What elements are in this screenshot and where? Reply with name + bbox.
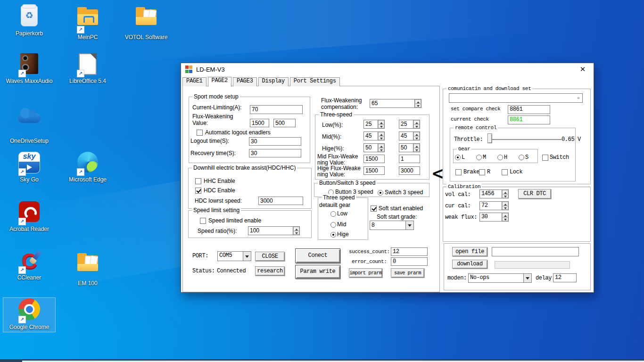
hige-percent-field-1[interactable]: 50 (363, 143, 385, 152)
flux-value-field-1[interactable]: 1500 (250, 119, 269, 127)
cur-cal-field[interactable]: 72 (479, 201, 509, 210)
throttle-slider-handle[interactable] (487, 133, 492, 143)
gear-mid-radio[interactable] (330, 222, 336, 228)
hige-flux-field-2[interactable]: 3000 (399, 166, 420, 175)
spinner-up-down[interactable] (502, 213, 508, 221)
current-check-field[interactable]: 8861 (508, 115, 550, 124)
download-button[interactable]: download (452, 260, 487, 269)
clr-dtc-button[interactable]: CLR DTC (518, 189, 551, 199)
throttle-slider-track[interactable] (490, 139, 561, 140)
speed-ratio-field[interactable]: 100 (248, 226, 300, 235)
open-file-button[interactable]: open file (452, 247, 487, 256)
desktop-icon-libreoffice[interactable]: ↗ LibreOffice 5.4 (62, 52, 114, 84)
tab-display[interactable]: Display (258, 77, 289, 86)
switch3speed-radio[interactable] (378, 190, 383, 196)
low-percent-field-1[interactable]: 25 (363, 120, 385, 129)
set-compare-field[interactable]: 8861 (508, 105, 550, 114)
moden-select[interactable]: No-ops (468, 273, 532, 283)
spinner-up-down[interactable] (413, 132, 420, 140)
soft-start-checkbox[interactable] (371, 206, 377, 212)
mid-flux-field-1[interactable]: 1500 (363, 155, 385, 163)
desktop-icon-waves-maxxaudio[interactable]: ↗ Waves MaxxAudio (3, 52, 55, 84)
spinner-up-down[interactable] (378, 144, 384, 152)
mid-flux-field-2[interactable]: 1 (399, 155, 420, 163)
gear-s-radio[interactable] (519, 155, 524, 160)
gear-l-radio[interactable] (455, 155, 461, 160)
hdc-lowest-speed-field[interactable]: 3000 (258, 197, 303, 205)
gear-m-radio[interactable] (476, 155, 482, 160)
success-count-field[interactable]: 12 (391, 247, 428, 256)
desktop-icon-acrobat-reader[interactable]: ↗ Acrobat Reader (3, 200, 55, 232)
spinner-up-down[interactable] (293, 227, 299, 235)
switch-checkbox[interactable] (542, 155, 548, 161)
close-icon[interactable]: ✕ (578, 65, 587, 74)
port-select[interactable]: COM5 (217, 251, 251, 261)
soft-start-grade-select[interactable]: 8 (370, 221, 414, 230)
spinner-up-down[interactable] (413, 120, 420, 128)
current-limiting-field[interactable]: 70 (250, 105, 303, 114)
gear-h-radio[interactable] (497, 155, 503, 160)
r-checkbox[interactable] (479, 169, 485, 175)
spinner-up-down[interactable] (413, 144, 420, 152)
desktop-icon-onedrivesetup[interactable]: OneDriveSetup (3, 104, 55, 144)
lock-checkbox[interactable] (502, 169, 508, 175)
dropdown-arrow-icon[interactable] (405, 221, 413, 230)
mid-percent-field-1[interactable]: 45 (363, 132, 385, 140)
desktop-icon-google-chrome[interactable]: ↗ Google Chrome (3, 298, 55, 332)
logout-time-field[interactable]: 30 (249, 137, 301, 146)
collapse-arrow[interactable]: < (431, 165, 444, 181)
spinner-up-down[interactable] (502, 202, 508, 210)
mid-percent-field-2[interactable]: 45 (399, 132, 420, 140)
desktop-icon-ccleaner[interactable]: C ↗ CCleaner (3, 250, 55, 281)
flux-comp-field[interactable]: 65 (370, 99, 421, 108)
flux-value-field-2[interactable]: 500 (273, 119, 296, 127)
hdc-checkbox[interactable] (195, 188, 201, 194)
error-count-field[interactable]: 0 (391, 257, 428, 266)
low-percent-field-2[interactable]: 25 (399, 120, 420, 129)
icon-label: Papierkorb (3, 31, 55, 37)
open-file-field[interactable] (492, 247, 579, 256)
research-button[interactable]: research (255, 266, 285, 276)
desktop-icon-meinpc[interactable]: ↗ MeinPC (62, 4, 114, 41)
vol-cal-field[interactable]: 1456 (479, 189, 509, 198)
weak-flux-field[interactable]: 30 (479, 213, 509, 222)
param-write-button[interactable]: Param write (295, 265, 340, 279)
save-param-button[interactable]: save prarm (391, 268, 424, 278)
dropdown-arrow-icon[interactable] (243, 252, 251, 261)
tab-page2[interactable]: PAGE2 (208, 77, 232, 87)
desktop-icon-sky-go[interactable]: sky ↗ Sky Go (3, 151, 55, 183)
recycle-bin-icon (21, 6, 38, 26)
connect-button[interactable]: Conect (295, 248, 340, 263)
hige-percent-field-2[interactable]: 50 (399, 143, 420, 152)
desktop-icon-votol-software[interactable]: VOTOL Software (120, 4, 172, 41)
import-param-button[interactable]: import prarm (349, 268, 382, 278)
hige-flux-field-1[interactable]: 1500 (363, 166, 385, 175)
auto-logout-checkbox[interactable] (197, 130, 203, 136)
recovery-time-field[interactable]: 30 (249, 149, 301, 157)
desktop-icon-microsoft-edge[interactable]: ↗ Microsoft Edge (62, 151, 114, 183)
shortcut-arrow-icon: ↗ (18, 316, 26, 323)
spinner-up-down[interactable] (378, 120, 384, 128)
title-bar[interactable]: LD-EM-V3 ✕ (181, 63, 594, 75)
mini-scroll-arrows-icon[interactable] (576, 94, 581, 102)
tab-page1[interactable]: PAGE1 (182, 77, 206, 86)
spinner-up-down[interactable] (414, 99, 421, 107)
spinner-up-down[interactable] (378, 132, 384, 140)
dropdown-arrow-icon[interactable] (523, 274, 531, 282)
vol-cal-label: vol cal: (445, 191, 471, 198)
brake-checkbox[interactable] (455, 169, 462, 175)
tab-port-settings[interactable]: Port Settings (290, 77, 340, 86)
desktop-icon-em100[interactable]: EM 100 (62, 250, 114, 287)
speed-limited-checkbox[interactable] (200, 218, 206, 224)
close-port-button[interactable]: CLOSE (255, 252, 285, 261)
spinner-up-down[interactable] (502, 190, 508, 198)
desktop-icon-papierkorb[interactable]: Papierkorb (3, 4, 55, 37)
group-title: Calibration (446, 184, 482, 189)
hhc-checkbox[interactable] (195, 178, 201, 184)
comm-input[interactable] (449, 93, 583, 103)
gear-low-radio[interactable] (330, 211, 336, 217)
delay-field[interactable]: 12 (553, 273, 577, 282)
gear-hige-radio[interactable] (330, 232, 336, 238)
tab-page3[interactable]: PAGE3 (233, 77, 257, 86)
gear-h-label: H (504, 154, 507, 161)
